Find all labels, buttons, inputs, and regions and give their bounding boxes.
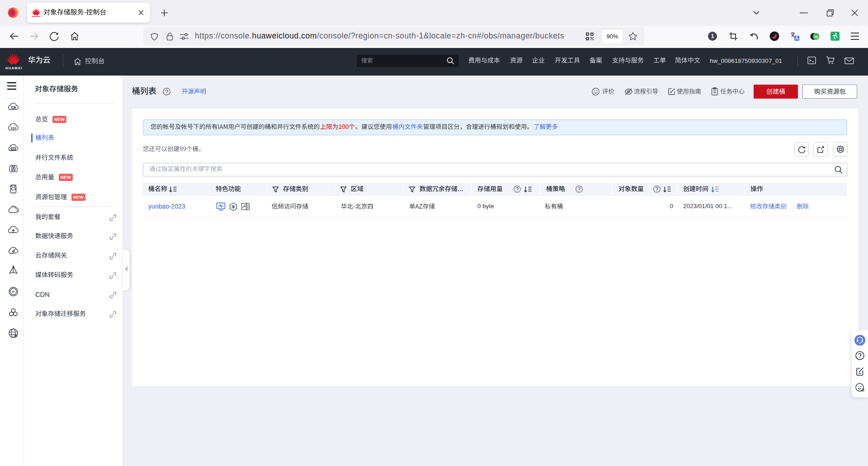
svg-text:JS: JS (814, 35, 818, 39)
svg-text:IP: IP (12, 290, 15, 294)
svg-text:W: W (14, 334, 18, 338)
